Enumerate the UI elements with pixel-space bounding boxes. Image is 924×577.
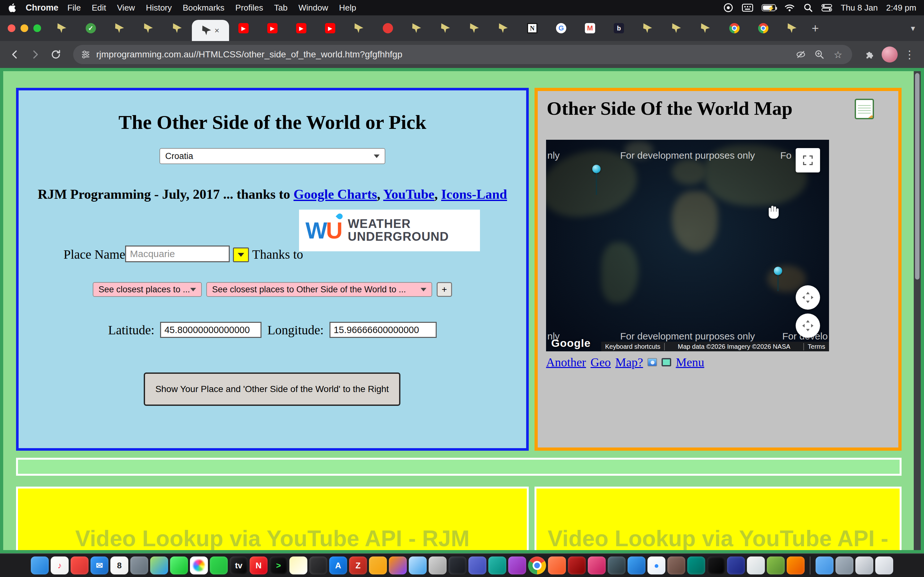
latitude-input[interactable] xyxy=(160,322,262,338)
map-pin-otherside[interactable] xyxy=(774,267,782,291)
wifi-icon[interactable] xyxy=(784,3,795,12)
menu-item-edit[interactable]: Edit xyxy=(92,3,106,13)
browser-tab[interactable] xyxy=(691,15,720,41)
dock-tv[interactable]: tv xyxy=(230,556,248,574)
apple-menu[interactable] xyxy=(8,3,17,13)
browser-tab[interactable] xyxy=(662,15,691,41)
scrollbar-thumb[interactable] xyxy=(915,73,919,279)
tab-search-chevron-icon[interactable]: ▾ xyxy=(907,23,919,33)
place-name-input[interactable] xyxy=(125,245,230,262)
monitor-icon[interactable] xyxy=(662,358,671,366)
dock-maps[interactable] xyxy=(150,556,168,574)
omnibox[interactable]: rjmprogramming.com.au//HTMLCSS/other_sid… xyxy=(73,45,852,64)
terms-link[interactable]: Terms xyxy=(803,343,829,350)
menu-item-profiles[interactable]: Profiles xyxy=(236,3,263,13)
browser-tab[interactable] xyxy=(633,15,662,41)
another-link[interactable]: Another xyxy=(546,355,586,369)
menu-item-window[interactable]: Window xyxy=(298,3,328,13)
dock-app-36[interactable] xyxy=(727,556,745,574)
country-select[interactable]: Croatia xyxy=(160,148,385,164)
dock-news[interactable]: N xyxy=(250,556,268,574)
dock-chrome[interactable] xyxy=(528,556,546,574)
dock-app-27[interactable] xyxy=(548,556,566,574)
keyboard-icon[interactable] xyxy=(742,3,753,12)
tab-close-icon[interactable]: × xyxy=(214,26,219,35)
browser-tab[interactable]: ▶ xyxy=(258,15,287,41)
menubar-time[interactable]: 2:49 pm xyxy=(886,3,916,13)
dock-terminal[interactable]: > xyxy=(270,556,288,574)
dock-app-30[interactable] xyxy=(607,556,626,574)
menubar-date[interactable]: Thu 8 Jan xyxy=(841,3,878,13)
browser-tab[interactable]: ▶ xyxy=(287,15,316,41)
forward-button[interactable] xyxy=(27,46,44,63)
browser-tab[interactable] xyxy=(344,15,373,41)
dock-app-31[interactable] xyxy=(628,556,646,574)
dock-documents-folder[interactable] xyxy=(835,556,853,574)
browser-tab[interactable] xyxy=(47,15,76,41)
dock-app-28[interactable] xyxy=(568,556,586,574)
pan-control-button[interactable] xyxy=(796,285,820,309)
profile-avatar[interactable] xyxy=(882,47,898,63)
dock-app-18[interactable] xyxy=(369,556,387,574)
site-info-icon[interactable] xyxy=(81,50,90,59)
dock-stack[interactable] xyxy=(855,556,873,574)
dock-zoom[interactable]: ● xyxy=(648,556,666,574)
geo-link[interactable]: Geo xyxy=(591,355,611,369)
closest-otherside-select[interactable]: See closest places to Other Side of the … xyxy=(206,282,432,297)
dock-calendar[interactable]: 8 xyxy=(110,556,128,574)
browser-tab[interactable] xyxy=(163,15,192,41)
closest-places-select[interactable]: See closest places to ... xyxy=(93,282,202,297)
browser-tab[interactable] xyxy=(720,15,749,41)
dock-messages[interactable] xyxy=(170,556,188,574)
dock-app-39[interactable] xyxy=(787,556,804,574)
menu-item-tab[interactable]: Tab xyxy=(274,3,288,13)
dock-app-33[interactable] xyxy=(667,556,685,574)
control-center-icon[interactable] xyxy=(821,3,832,12)
dock-app-3[interactable] xyxy=(71,556,89,574)
dock-photos[interactable] xyxy=(190,556,208,574)
map-question-link[interactable]: Map? xyxy=(615,355,643,369)
notepad-icon[interactable] xyxy=(855,99,874,119)
menu-item-file[interactable]: File xyxy=(67,3,81,13)
browser-tab[interactable] xyxy=(489,15,518,41)
browser-tab[interactable]: N xyxy=(518,15,547,41)
keyboard-shortcuts-link[interactable]: Keyboard shortcuts xyxy=(601,343,665,350)
menu-app-name[interactable]: Chrome xyxy=(26,3,58,13)
dock-firefox[interactable] xyxy=(389,556,407,574)
zoom-window-button[interactable] xyxy=(33,24,41,32)
dock-app-37[interactable] xyxy=(747,556,765,574)
menu-item-bookmarks[interactable]: Bookmarks xyxy=(183,3,225,13)
show-place-button[interactable]: Show Your Place and 'Other Side of the W… xyxy=(144,372,401,406)
extensions-puzzle-icon[interactable] xyxy=(861,46,878,63)
browser-tab[interactable]: ▶ xyxy=(229,15,258,41)
google-map[interactable]: nly For development purposes only Fo nly… xyxy=(546,140,829,351)
reload-button[interactable] xyxy=(47,46,64,63)
bookmark-star-icon[interactable]: ☆ xyxy=(832,48,845,61)
browser-tab[interactable]: M xyxy=(575,15,604,41)
add-button[interactable]: + xyxy=(437,282,452,297)
dock-app-29[interactable] xyxy=(588,556,606,574)
dock-music[interactable]: ♪ xyxy=(51,556,69,574)
dock-app-34[interactable] xyxy=(687,556,705,574)
dock-appstore[interactable]: A xyxy=(329,556,347,574)
dock-app-24[interactable] xyxy=(488,556,506,574)
spotlight-icon[interactable] xyxy=(803,3,813,13)
active-tab[interactable]: × xyxy=(192,20,229,41)
zoom-icon[interactable] xyxy=(813,48,826,61)
dock-app-21[interactable] xyxy=(429,556,447,574)
dock-trash[interactable] xyxy=(875,556,893,574)
menu-item-help[interactable]: Help xyxy=(339,3,356,13)
dock-app-23[interactable] xyxy=(468,556,486,574)
browser-menu-kebab-icon[interactable]: ⋮ xyxy=(901,48,918,61)
browser-tab[interactable] xyxy=(402,15,431,41)
dock-downloads-folder[interactable] xyxy=(816,556,834,574)
dock-notes[interactable] xyxy=(289,556,307,574)
dock-app-25[interactable] xyxy=(508,556,526,574)
browser-tab[interactable] xyxy=(778,15,806,41)
menu-item-history[interactable]: History xyxy=(146,3,172,13)
browser-tab[interactable]: ▶ xyxy=(316,15,344,41)
dock-app-15[interactable] xyxy=(309,556,327,574)
browser-tab[interactable] xyxy=(749,15,778,41)
place-dropdown-button[interactable] xyxy=(233,247,249,262)
dock-finder[interactable] xyxy=(31,556,49,574)
